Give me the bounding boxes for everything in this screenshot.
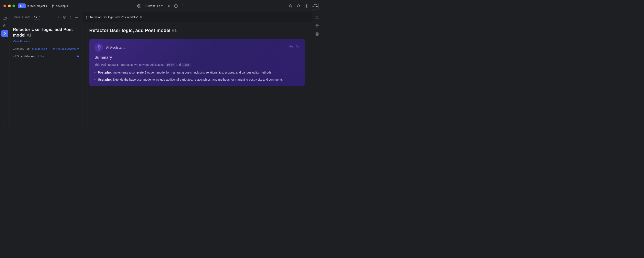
svg-point-1 (52, 7, 53, 7)
ai-assistant-card: AI Assistant (89, 39, 305, 86)
project-badge-text: LP (20, 4, 24, 8)
titlebar: LP laravel-project ▾ develop ▾ Current F… (0, 0, 322, 12)
current-file-label: Current File (146, 4, 160, 8)
summary-intro: This Pull Request introduces two new mod… (94, 62, 300, 67)
svg-point-7 (297, 5, 300, 7)
sidebar-icons: ··· (0, 12, 10, 129)
changes-from-section: Changes from 5 commits ▾ hanna-ll:develo… (13, 47, 79, 50)
far-right-sidebar (312, 12, 322, 129)
svg-point-12 (4, 34, 4, 35)
project-badge: LP (18, 4, 26, 8)
project-name-button[interactable]: laravel-project ▾ (28, 4, 48, 8)
jetbrains-logo: JETBRAINS (312, 3, 318, 10)
close-traffic-light[interactable] (4, 5, 6, 7)
branch-name-label: develop (56, 4, 66, 8)
sidebar-item-folder[interactable] (1, 15, 8, 22)
new-with-template-icon[interactable] (62, 15, 67, 19)
view-timeline-link[interactable]: View Timeline (13, 40, 79, 43)
pr-number-left: #1 (26, 33, 31, 37)
commits-count-button[interactable]: 5 commits ▾ (32, 47, 47, 50)
database-icon[interactable] (314, 31, 320, 37)
current-file-chevron-icon: ▾ (161, 4, 163, 8)
tree-chevron-icon: › (13, 55, 14, 58)
main-layout: ··· laravel-project #1 ✕ + ⋮ (0, 12, 322, 129)
titlebar-center: Current File ▾ ⋮ (137, 4, 185, 8)
minimize-traffic-light[interactable] (8, 5, 11, 7)
file-tree-name: app/Models (20, 55, 35, 58)
more-options-icon[interactable]: ⋮ (180, 4, 185, 8)
branch-small-icon (52, 48, 55, 50)
folder-icon (16, 55, 19, 58)
svg-point-11 (4, 32, 4, 33)
titlebar-right: JETBRAINS (288, 3, 318, 10)
ai-settings-icon[interactable] (296, 45, 300, 50)
ai-sidebar-icon[interactable] (314, 23, 320, 29)
traffic-lights (4, 5, 15, 7)
svg-point-16 (53, 49, 53, 50)
svg-point-15 (53, 48, 53, 48)
tab-close-pr1[interactable]: ✕ (39, 16, 40, 18)
collapse-icon[interactable]: — (74, 15, 79, 19)
settings-button[interactable] (304, 4, 309, 8)
file-modified-indicator (77, 55, 79, 57)
more-tab-actions-icon[interactable]: ⋮ (68, 15, 73, 19)
branch-selector[interactable]: develop ▾ (52, 4, 68, 8)
right-panel-tabs: Refactor User logic, add Post model #1 ✕… (82, 12, 312, 22)
summary-bullet-list: Post.php: Implements a complete Eloquent… (94, 70, 300, 82)
svg-point-17 (54, 48, 54, 49)
svg-point-0 (52, 5, 53, 5)
left-panel-content: Refactor User logic, add Post model #1 V… (10, 22, 82, 129)
sidebar-item-branch[interactable] (1, 30, 8, 37)
notification-icon[interactable] (314, 15, 320, 21)
ai-link-icon[interactable] (289, 45, 293, 50)
left-panel-tabs: laravel-project #1 ✕ + ⋮ — (10, 12, 82, 22)
svg-point-10 (4, 25, 5, 26)
right-panel: Refactor User logic, add Post model #1 ✕… (82, 12, 312, 129)
maximize-traffic-light[interactable] (12, 5, 15, 7)
pr-number-right: #1 (172, 28, 177, 33)
branch-chevron-icon: ▾ (77, 47, 79, 50)
svg-point-5 (176, 5, 176, 5)
right-tab-close-icon[interactable]: ✕ (140, 16, 142, 19)
pr-title-right: Refactor User logic, add Post model #1 (89, 28, 305, 34)
add-user-button[interactable] (288, 4, 293, 8)
debug-with-error-icon[interactable] (137, 4, 142, 8)
summary-title: Summary (94, 55, 300, 60)
ai-header-icons (289, 45, 300, 50)
ai-logo (94, 43, 103, 52)
bullet-item-user: User.php: Extends the base user model to… (94, 77, 300, 82)
ai-card-header: AI Assistant (94, 43, 300, 52)
debug-button[interactable] (174, 4, 178, 8)
tab-actions: + ⋮ — (56, 15, 79, 19)
new-tab-icon[interactable]: + (56, 15, 61, 19)
svg-point-24 (316, 33, 318, 34)
svg-point-22 (297, 46, 298, 47)
svg-point-19 (86, 18, 87, 19)
pr-title-left: Refactor User logic, add Post model #1 (13, 27, 79, 38)
left-panel: laravel-project #1 ✕ + ⋮ — R (10, 12, 82, 129)
branch-chevron-icon: ▾ (67, 4, 68, 8)
right-tab-pr-detail[interactable]: Refactor User logic, add Post model #1 ✕ (86, 16, 142, 19)
right-more-options-icon[interactable]: ⋮ (304, 15, 308, 19)
tab-pr1[interactable]: #1 ✕ (34, 15, 40, 19)
svg-point-20 (88, 17, 88, 17)
file-tree-item-models[interactable]: › app/Models 2 files (13, 54, 79, 59)
svg-point-6 (290, 5, 291, 6)
current-file-button[interactable]: Current File ▾ (144, 4, 165, 8)
commits-chevron-icon: ▾ (46, 47, 47, 50)
branch-filter-button[interactable]: hanna-ll:develop ▾ (52, 47, 79, 50)
svg-point-18 (86, 16, 87, 17)
right-panel-content: Refactor User logic, add Post model #1 A… (82, 22, 312, 129)
ai-title: AI Assistant (106, 46, 124, 49)
svg-point-23 (316, 25, 318, 26)
tab-laravel-project[interactable]: laravel-project (13, 15, 30, 19)
search-button[interactable] (296, 4, 301, 8)
sidebar-item-git[interactable] (1, 22, 8, 29)
sidebar-item-more[interactable]: ··· (1, 119, 8, 126)
run-button[interactable] (166, 4, 171, 8)
branch-icon (52, 5, 54, 8)
right-tab-label: Refactor User logic, add Post model #1 (90, 16, 139, 19)
branch-tab-icon (86, 16, 89, 19)
svg-point-8 (306, 5, 307, 7)
right-tab-actions: ⋮ (304, 15, 308, 19)
